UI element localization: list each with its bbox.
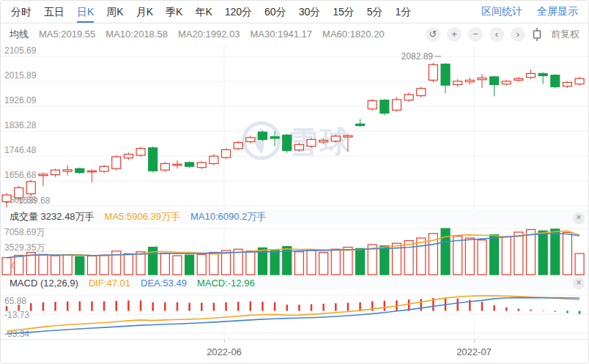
volume-bar (160, 253, 169, 275)
zoom-in-icon[interactable]: + (447, 27, 462, 42)
chart-tools: ↺+−‹› (426, 27, 547, 42)
volume-bar (478, 240, 486, 275)
volume-bar (39, 254, 48, 275)
volume-pane-close-icon[interactable]: × (573, 212, 585, 224)
volume-bar (453, 236, 462, 275)
macd-dif-value: DIF:47.01 (89, 278, 130, 289)
candle-body (160, 163, 169, 170)
macd-chart[interactable]: 65.88-13.73-93.34 (1, 291, 589, 339)
price-axis-label: 1926.09 (4, 95, 37, 105)
volume-bar (538, 231, 547, 275)
ma-value-4: MA60:1820.20 (322, 29, 385, 40)
candle-body (100, 166, 108, 171)
volume-bar (75, 256, 84, 275)
candle-body (331, 136, 340, 141)
candle-body (453, 81, 462, 85)
candle-body (124, 155, 133, 158)
volume-axis-label: 3529.35万 (4, 242, 45, 253)
volume-title: 成交量 3232.48万手 (10, 210, 95, 223)
candle-body (75, 168, 84, 172)
candle-body (87, 171, 96, 172)
price-axis-label: 1836.28 (4, 120, 37, 130)
volume-bar (465, 238, 474, 275)
candle-body (307, 139, 316, 146)
volume-bar (344, 248, 352, 275)
date-axis: 2022-06 2022-07 (1, 339, 588, 364)
ma-value-2: MA20:1992.03 (178, 29, 240, 40)
volume-bar (87, 256, 96, 275)
tab-30分[interactable]: 30分 (299, 1, 321, 23)
ma-value-3: MA30:1941.17 (251, 29, 313, 40)
ma-value-0: MA5:2019.55 (39, 29, 95, 40)
candle-body (429, 64, 437, 80)
candle-body (26, 182, 35, 194)
candle-body (15, 187, 23, 198)
undo-icon[interactable]: ↺ (426, 27, 440, 42)
candle-body (380, 100, 389, 114)
chevron-left-icon[interactable]: ‹ (489, 27, 504, 42)
candle-body (51, 170, 60, 174)
volume-bar (331, 249, 340, 275)
price-axis-label: 2015.89 (4, 70, 37, 81)
fullscreen-button[interactable]: 全屏显示 (537, 5, 578, 18)
tab-分时[interactable]: 分时 (11, 1, 32, 23)
macd-pane-close-icon[interactable]: × (573, 278, 585, 289)
candle-body (258, 132, 267, 139)
volume-bar (246, 251, 255, 275)
candle-body (551, 75, 560, 87)
candle-body (210, 156, 218, 163)
volume-bar (527, 229, 536, 275)
zoom-out-icon[interactable]: − (468, 27, 483, 42)
macd-axis-label: 65.88 (4, 296, 26, 306)
volume-bar (514, 232, 523, 275)
volume-bar (15, 256, 23, 275)
volume-bar (380, 246, 389, 275)
candle-body (112, 157, 121, 168)
candle-body (404, 94, 413, 100)
tab-季K[interactable]: 季K (166, 1, 182, 23)
volume-bar (173, 256, 182, 275)
tab-60分[interactable]: 60分 (264, 1, 286, 23)
candle-body (185, 163, 194, 166)
tab-日K[interactable]: 日K (77, 1, 94, 23)
candle-style-icon[interactable] (532, 27, 547, 42)
candle-body (441, 64, 450, 85)
range-stats-button[interactable]: 区间统计 (481, 5, 522, 18)
tab-周K[interactable]: 周K (106, 1, 123, 23)
tab-1分[interactable]: 1分 (396, 1, 412, 23)
candle-body (417, 89, 426, 96)
candle-body (356, 124, 365, 125)
volume-chart[interactable]: 7058.69万3529.35万0.00 (1, 224, 589, 275)
candle-body (319, 141, 328, 142)
candle-body (246, 138, 255, 142)
candle-body (2, 195, 11, 201)
chevron-right-icon[interactable]: › (511, 27, 525, 42)
price-axis-label: 1746.48 (4, 145, 37, 155)
tab-5分[interactable]: 5分 (367, 1, 383, 23)
macd-histogram (7, 297, 579, 314)
volume-axis-label: 7058.69万 (4, 227, 45, 237)
date-label-july: 2022-07 (456, 346, 492, 357)
tab-120分[interactable]: 120分 (225, 1, 252, 23)
candle-body (575, 78, 584, 84)
candle-body (527, 73, 536, 77)
volume-pane-header: 成交量 3232.48万手 MA5:5906.39万手 MA10:6090.2万… (1, 209, 588, 224)
ma-values: MA5:2019.55MA10:2018.58MA20:1992.03MA30:… (39, 29, 385, 40)
volume-bar (356, 248, 365, 275)
adjust-mode-button[interactable]: 前复权 (551, 28, 579, 41)
tab-15分[interactable]: 15分 (333, 1, 355, 23)
volume-bar (575, 253, 584, 275)
volume-ma10-value: MA10:6090.2万手 (190, 210, 266, 223)
tab-月K[interactable]: 月K (136, 1, 153, 23)
volume-bar (185, 255, 194, 275)
main-candlestick-chart[interactable]: 2105.692015.891926.091836.281746.481656.… (1, 45, 589, 209)
volume-bar (404, 241, 413, 275)
candle-body (149, 148, 158, 171)
candle-body (563, 82, 571, 86)
macd-axis-label: -13.73 (4, 310, 29, 320)
tab-年K[interactable]: 年K (195, 1, 212, 23)
volume-bar (490, 235, 499, 275)
volume-bar (197, 254, 206, 275)
candle-body (490, 77, 499, 85)
tab-五日[interactable]: 五日 (44, 1, 64, 23)
